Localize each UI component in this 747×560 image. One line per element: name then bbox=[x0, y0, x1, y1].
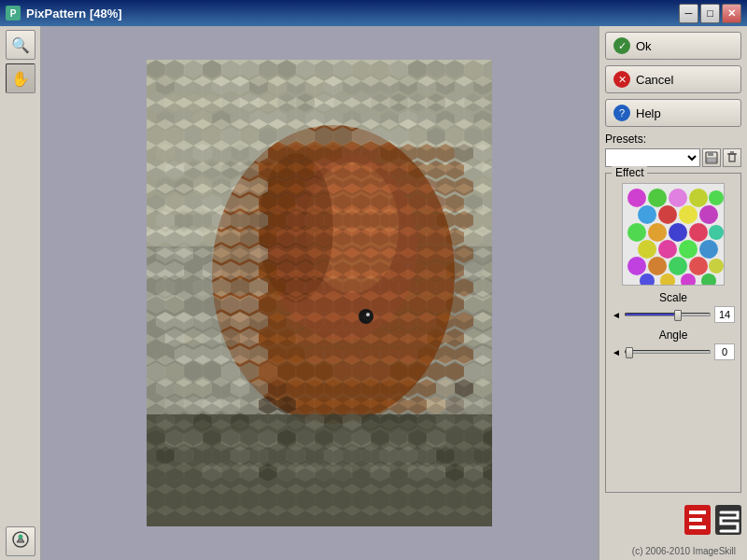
scale-section: Scale ◄ 14 bbox=[612, 291, 735, 323]
svg-point-500 bbox=[638, 205, 656, 224]
svg-point-514 bbox=[648, 257, 667, 275]
stamp-tool-button[interactable] bbox=[6, 526, 35, 556]
cancel-button[interactable]: ✕ Cancel bbox=[605, 65, 741, 93]
svg-point-508 bbox=[709, 225, 724, 240]
delete-preset-button[interactable] bbox=[723, 148, 741, 167]
scale-value[interactable]: 14 bbox=[714, 306, 735, 323]
copyright-text: (c) 2006-2010 ImageSkill bbox=[632, 546, 736, 556]
svg-rect-489 bbox=[708, 152, 713, 156]
save-preset-button[interactable] bbox=[702, 148, 721, 167]
svg-point-510 bbox=[658, 240, 677, 259]
scale-thumb[interactable] bbox=[674, 310, 682, 321]
svg-point-503 bbox=[699, 205, 718, 224]
ok-icon: ✓ bbox=[613, 37, 630, 54]
help-label: Help bbox=[636, 106, 661, 120]
svg-point-509 bbox=[638, 240, 656, 259]
svg-point-515 bbox=[669, 257, 687, 275]
svg-point-504 bbox=[627, 223, 646, 242]
pan-tool-button[interactable]: ✋ bbox=[6, 63, 35, 93]
angle-slider-row: ◄ 0 bbox=[612, 343, 735, 360]
stamp-icon bbox=[10, 529, 31, 553]
angle-label: Angle bbox=[612, 329, 735, 342]
effect-legend: Effect bbox=[612, 166, 647, 179]
svg-rect-491 bbox=[729, 154, 735, 161]
svg-rect-523 bbox=[689, 511, 706, 514]
main-container: 🔍 ✋ bbox=[0, 26, 747, 560]
svg-point-496 bbox=[648, 189, 667, 207]
cancel-icon: ✕ bbox=[613, 71, 630, 88]
pan-icon: ✋ bbox=[11, 70, 30, 88]
svg-point-507 bbox=[689, 223, 708, 242]
svg-point-499 bbox=[709, 190, 724, 205]
save-icon bbox=[705, 151, 718, 164]
canvas-area[interactable] bbox=[41, 26, 598, 560]
angle-left-arrow[interactable]: ◄ bbox=[612, 347, 621, 357]
effect-panel: Effect bbox=[605, 173, 741, 493]
left-toolbar: 🔍 ✋ bbox=[0, 26, 41, 560]
svg-rect-525 bbox=[689, 525, 706, 529]
right-panel: ✓ Ok ✕ Cancel ? Help Presets: bbox=[598, 26, 747, 560]
scale-slider[interactable] bbox=[625, 313, 711, 316]
zoom-icon: 🔍 bbox=[11, 36, 30, 54]
scale-left-arrow[interactable]: ◄ bbox=[612, 310, 621, 320]
svg-point-516 bbox=[689, 257, 708, 275]
image-container bbox=[147, 60, 492, 526]
presets-section: Presets: bbox=[605, 133, 741, 167]
help-button[interactable]: ? Help bbox=[605, 99, 741, 127]
app-icon: P bbox=[6, 6, 21, 21]
svg-rect-524 bbox=[689, 518, 702, 522]
svg-point-502 bbox=[679, 205, 698, 224]
svg-rect-487 bbox=[147, 60, 492, 526]
svg-point-513 bbox=[627, 257, 646, 275]
scale-slider-row: ◄ 14 bbox=[612, 306, 735, 323]
cancel-label: Cancel bbox=[636, 73, 673, 87]
close-button[interactable]: ✕ bbox=[722, 4, 741, 23]
svg-point-495 bbox=[627, 189, 646, 207]
svg-point-498 bbox=[689, 189, 708, 207]
svg-point-505 bbox=[648, 223, 667, 242]
presets-label: Presets: bbox=[605, 133, 741, 146]
svg-point-517 bbox=[709, 259, 724, 273]
logo-graphic bbox=[680, 497, 736, 544]
help-icon: ? bbox=[613, 105, 630, 121]
trash-icon bbox=[726, 151, 739, 164]
squirrel-image bbox=[147, 60, 492, 526]
presets-select[interactable] bbox=[605, 148, 700, 167]
svg-point-512 bbox=[699, 240, 718, 259]
effect-preview bbox=[622, 183, 725, 286]
window-controls: ─ □ ✕ bbox=[679, 4, 741, 23]
svg-point-506 bbox=[669, 223, 687, 242]
maximize-button[interactable]: □ bbox=[700, 4, 720, 23]
svg-point-1 bbox=[19, 535, 22, 539]
minimize-button[interactable]: ─ bbox=[679, 4, 698, 23]
svg-point-497 bbox=[669, 189, 687, 207]
ok-button[interactable]: ✓ Ok bbox=[605, 32, 741, 60]
scale-label: Scale bbox=[612, 291, 735, 304]
window-title: PixPattern [48%] bbox=[26, 7, 679, 21]
svg-point-501 bbox=[658, 205, 677, 224]
ok-label: Ok bbox=[636, 39, 652, 53]
logo-area: (c) 2006-2010 ImageSkill bbox=[605, 498, 741, 554]
angle-value[interactable]: 0 bbox=[714, 343, 735, 360]
angle-section: Angle ◄ 0 bbox=[612, 329, 735, 360]
zoom-tool-button[interactable]: 🔍 bbox=[6, 30, 35, 60]
angle-slider[interactable] bbox=[625, 350, 711, 354]
svg-point-511 bbox=[679, 240, 698, 259]
svg-rect-490 bbox=[707, 158, 716, 162]
angle-thumb[interactable] bbox=[626, 347, 633, 358]
presets-row bbox=[605, 148, 741, 167]
title-bar: P PixPattern [48%] ─ □ ✕ bbox=[0, 0, 747, 26]
effect-preview-svg bbox=[623, 184, 725, 286]
